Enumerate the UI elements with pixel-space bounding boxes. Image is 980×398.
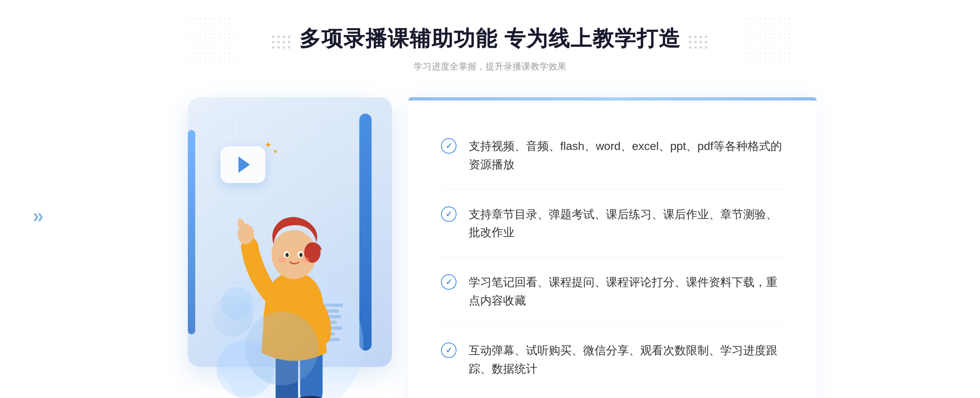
title-area: 多项录播课辅助功能 专为线上教学打造 xyxy=(272,25,708,60)
check-circle: ✓ xyxy=(441,342,457,358)
check-icon-1: ✓ xyxy=(441,138,457,154)
header-section: 多项录播课辅助功能 专为线上教学打造 学习进度全掌握，提升录播课教学效果 xyxy=(272,25,708,73)
main-content: ✦ ✦ xyxy=(163,97,817,398)
deco-circle-medium xyxy=(212,295,253,336)
grid-dot xyxy=(277,36,280,38)
page-subtitle: 学习进度全掌握，提升录播课教学效果 xyxy=(272,60,708,73)
feature-item-2: ✓ 支持章节目录、弹题考试、课后练习、课后作业、章节测验、批改作业 xyxy=(441,190,784,258)
svg-point-17 xyxy=(278,257,287,263)
grid-dot xyxy=(283,41,285,43)
grid-dot xyxy=(272,36,274,38)
feature-text-1: 支持视频、音频、flash、word、excel、ppt、pdf等各种格式的资源… xyxy=(469,137,784,174)
grid-dot xyxy=(689,41,691,43)
feature-text-2: 支持章节目录、弹题考试、课后练习、课后作业、章节测验、批改作业 xyxy=(469,206,784,242)
features-top-curve xyxy=(408,97,817,101)
play-bubble xyxy=(220,146,265,183)
check-icon-2: ✓ xyxy=(441,206,457,222)
check-mark: ✓ xyxy=(445,345,452,355)
feature-text-4: 互动弹幕、试听购买、微信分享、观看次数限制、学习进度跟踪、数据统计 xyxy=(469,342,784,378)
grid-dot xyxy=(288,46,290,49)
sparkle-icon-2: ✦ xyxy=(273,148,278,155)
play-triangle-icon xyxy=(238,157,250,173)
grid-dot xyxy=(288,41,290,43)
grid-dot xyxy=(272,41,274,43)
grid-dot xyxy=(699,36,702,38)
check-icon-3: ✓ xyxy=(441,274,457,290)
check-mark: ✓ xyxy=(445,209,452,219)
grid-dot xyxy=(283,46,285,49)
feature-item-3: ✓ 学习笔记回看、课程提问、课程评论打分、课件资料下载，重点内容收藏 xyxy=(441,258,784,326)
grid-dot xyxy=(689,46,691,49)
grid-dot xyxy=(699,41,702,43)
feature-item-1: ✓ 支持视频、音频、flash、word、excel、ppt、pdf等各种格式的… xyxy=(441,122,784,190)
grid-dot xyxy=(277,46,280,49)
svg-point-16 xyxy=(299,253,303,257)
grid-dot xyxy=(288,36,290,38)
grid-dot xyxy=(689,36,691,38)
feature-text-3: 学习笔记回看、课程提问、课程评论打分、课件资料下载，重点内容收藏 xyxy=(469,273,784,310)
grid-dot xyxy=(705,36,707,38)
feature-item-4: ✓ 互动弹幕、试听购买、微信分享、观看次数限制、学习进度跟踪、数据统计 xyxy=(441,326,784,394)
grid-dots-left xyxy=(272,36,291,49)
blue-accent-bar xyxy=(188,130,195,334)
page-container: » 多项录播课辅助功能 专为线上教学打造 xyxy=(0,0,980,398)
grid-dot xyxy=(272,46,274,49)
check-mark: ✓ xyxy=(445,141,452,151)
grid-dot xyxy=(705,46,707,49)
sparkle-icon-1: ✦ xyxy=(265,140,272,150)
grid-dot xyxy=(283,36,285,38)
grid-dot xyxy=(705,41,707,43)
illustration-container: ✦ ✦ xyxy=(163,97,416,398)
dots-decoration-left xyxy=(188,16,237,65)
check-icon-4: ✓ xyxy=(441,342,457,358)
dots-decoration-right xyxy=(743,16,792,65)
deco-circle-large xyxy=(245,312,318,385)
check-circle: ✓ xyxy=(441,274,457,290)
grid-dots-right xyxy=(689,36,708,49)
grid-dot xyxy=(694,46,697,49)
check-circle: ✓ xyxy=(441,206,457,222)
grid-dot xyxy=(694,41,697,43)
svg-point-18 xyxy=(301,257,310,263)
check-mark: ✓ xyxy=(445,277,452,287)
check-circle: ✓ xyxy=(441,138,457,154)
grid-dot xyxy=(699,46,702,49)
page-title: 多项录播课辅助功能 专为线上教学打造 xyxy=(299,25,681,53)
svg-point-14 xyxy=(285,253,289,257)
features-container: ✓ 支持视频、音频、flash、word、excel、ppt、pdf等各种格式的… xyxy=(408,97,817,398)
grid-dot xyxy=(694,36,697,38)
grid-dot xyxy=(277,41,280,43)
chevron-decoration: » xyxy=(33,204,44,227)
